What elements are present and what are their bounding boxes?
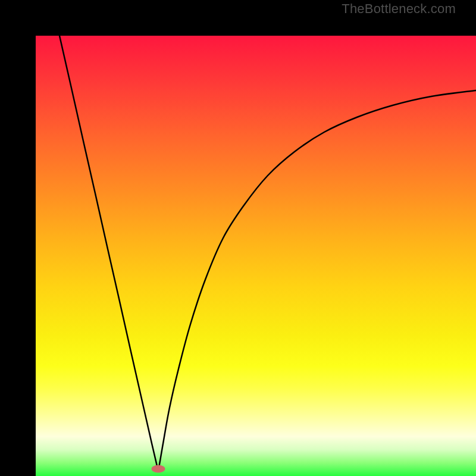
chart-frame: [0, 0, 476, 476]
minimum-marker: [152, 465, 165, 473]
watermark-text: TheBottleneck.com: [342, 1, 456, 17]
plot-area: [36, 36, 476, 476]
curve-left-branch: [60, 36, 158, 471]
curve-svg: [36, 36, 476, 476]
curve-right-branch: [158, 90, 476, 471]
